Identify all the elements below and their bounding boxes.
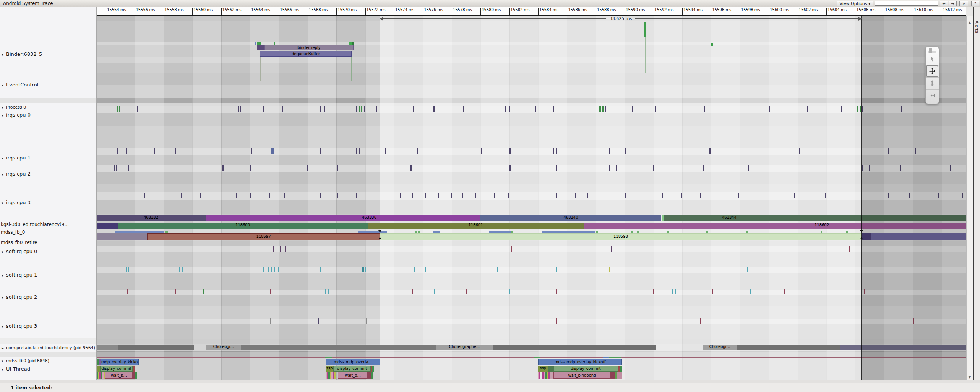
event-tick-irqs-cpu-0[interactable]	[857, 106, 858, 112]
event-tick-softirq-cpu-1[interactable]	[365, 267, 366, 272]
event-tick-irqs-cpu-3[interactable]	[400, 193, 401, 198]
nav-next-button[interactable]: →	[949, 1, 957, 6]
trace-slice-ui-thread-row1[interactable]: mdss_mdp_overla...	[326, 359, 380, 365]
event-tick-irqs-cpu-1[interactable]	[417, 148, 418, 154]
scroll-down-icon[interactable]: ▼	[967, 375, 973, 379]
trace-slice-ui-thread-row3[interactable]	[368, 372, 371, 379]
event-tick-irqs-cpu-2[interactable]	[116, 165, 117, 171]
event-tick-binder-strip[interactable]	[274, 42, 275, 45]
event-tick-retire-strip[interactable]	[821, 231, 822, 233]
event-tick-irqs-cpu-3[interactable]	[320, 193, 321, 198]
trace-slice-ui-thread-row2[interactable]	[372, 366, 374, 372]
sidebar-item-com-prefabulated-touchlatency-pid-9564-[interactable]: ►com.prefabulated.touchlatency (pid 9564…	[0, 345, 97, 350]
trace-slice-ui-thread-row2[interactable]	[620, 366, 622, 372]
trace-slice-vsync-line[interactable]	[325, 357, 332, 358]
event-tick-irqs-cpu-2[interactable]	[653, 165, 654, 171]
trace-slice-mdss-fb-0[interactable]: 118600	[118, 223, 368, 229]
event-tick-irqs-cpu-1[interactable]	[126, 148, 127, 154]
sidebar-item-irqs-cpu-2[interactable]: ▾irqs cpu 2	[0, 171, 97, 177]
event-tick-irqs-cpu-0[interactable]	[238, 106, 239, 112]
event-tick-irqs-cpu-0[interactable]	[501, 106, 501, 112]
event-tick-irqs-cpu-0[interactable]	[655, 106, 656, 112]
event-tick-softirq-cpu-1[interactable]	[609, 267, 610, 272]
event-tick-irqs-cpu-0[interactable]	[376, 106, 377, 112]
sidebar-item-process-0[interactable]: ▾Process 0	[0, 105, 97, 110]
event-tick-softirq-cpu-1[interactable]	[182, 267, 183, 272]
event-tick-softirq-cpu-3[interactable]	[556, 318, 557, 324]
trace-slice-ui-thread-row2[interactable]: ssp	[326, 366, 333, 372]
expanded-arrow-icon[interactable]: ▾	[2, 201, 6, 205]
event-tick-irqs-cpu-0[interactable]	[433, 106, 435, 112]
event-tick-softirq-cpu-2[interactable]	[675, 289, 676, 294]
event-tick-softirq-cpu-3[interactable]	[366, 318, 367, 324]
event-tick-irqs-cpu-1[interactable]	[609, 148, 610, 154]
sidebar-item-softirq-cpu-1[interactable]: ▾softirq cpu 1	[0, 272, 97, 278]
event-tick-irqs-cpu-0[interactable]	[769, 106, 770, 112]
event-tick-irqs-cpu-2[interactable]	[438, 165, 438, 171]
expanded-arrow-icon[interactable]: ▾	[2, 172, 6, 176]
trace-slice-dequeue-row[interactable]: dequeueBuffer	[260, 51, 352, 57]
event-tick-retire-strip[interactable]	[115, 231, 164, 233]
event-tick-irqs-cpu-3[interactable]	[794, 193, 795, 198]
event-tick-irqs-cpu-2[interactable]	[128, 165, 129, 171]
event-tick-irqs-cpu-0[interactable]	[557, 106, 557, 112]
event-tick-softirq-cpu-3[interactable]	[270, 318, 271, 324]
event-tick-irqs-cpu-1[interactable]	[359, 148, 360, 154]
event-tick-softirq-cpu-2[interactable]	[466, 289, 467, 294]
event-tick-irqs-cpu-3[interactable]	[644, 193, 644, 198]
event-tick-irqs-cpu-0[interactable]	[505, 106, 506, 112]
event-tick-irqs-cpu-3[interactable]	[250, 193, 251, 198]
event-tick-irqs-cpu-2[interactable]	[307, 165, 308, 171]
event-tick-retire-strip[interactable]	[596, 231, 598, 233]
event-tick-irqs-cpu-0[interactable]	[364, 106, 365, 112]
event-tick-irqs-cpu-3[interactable]	[587, 193, 588, 198]
event-tick-softirq-cpu-0[interactable]	[511, 246, 512, 252]
event-tick-softirq-cpu-1[interactable]	[278, 267, 279, 272]
expanded-arrow-icon[interactable]: ▾	[2, 106, 6, 109]
search-input[interactable]	[875, 1, 938, 6]
event-tick-irqs-cpu-3[interactable]	[769, 193, 769, 198]
trace-slice-choreographer-row[interactable]: Choreogr...	[703, 345, 737, 350]
trace-slice-ui-thread-row3[interactable]: wait_p...	[338, 372, 368, 379]
trace-slice-ui-thread-row3[interactable]	[371, 372, 373, 379]
event-tick-irqs-cpu-3[interactable]	[438, 193, 439, 198]
event-tick-irqs-cpu-0[interactable]	[632, 106, 633, 112]
scroll-up-icon[interactable]: ▲	[967, 21, 973, 24]
measure-line-right[interactable]	[861, 16, 862, 380]
event-tick-irqs-cpu-3[interactable]	[522, 193, 522, 198]
event-tick-irqs-cpu-3[interactable]	[575, 193, 576, 198]
event-tick-irqs-cpu-1[interactable]	[117, 148, 118, 154]
event-tick-irqs-cpu-0[interactable]	[122, 106, 122, 112]
expanded-arrow-icon[interactable]: ▾	[2, 53, 6, 57]
event-tick-irqs-cpu-3[interactable]	[700, 193, 701, 198]
event-tick-softirq-cpu-2[interactable]	[672, 289, 673, 294]
event-tick-retire-strip[interactable]	[167, 231, 168, 233]
sidebar-item-binder-6832-5[interactable]: ▾Binder:6832_5	[0, 51, 97, 57]
event-tick-irqs-cpu-0[interactable]	[685, 106, 685, 112]
event-tick-softirq-cpu-1[interactable]	[263, 267, 264, 272]
event-tick-retire-strip[interactable]	[706, 231, 708, 233]
trace-slice-choreographer-row[interactable]: Choreographe...	[436, 345, 493, 350]
event-tick-irqs-cpu-0[interactable]	[282, 106, 283, 112]
event-tick-irqs-cpu-3[interactable]	[451, 193, 452, 198]
collapse-dash[interactable]: —	[84, 23, 89, 29]
event-tick-irqs-cpu-3[interactable]	[356, 193, 357, 198]
measure-line-left[interactable]	[380, 16, 380, 380]
event-tick-softirq-cpu-1[interactable]	[556, 267, 557, 272]
event-tick-irqs-cpu-3[interactable]	[200, 193, 201, 198]
event-tick-irqs-cpu-3[interactable]	[719, 193, 719, 198]
event-tick-irqs-cpu-2[interactable]	[337, 165, 338, 171]
event-tick-irqs-cpu-3[interactable]	[236, 193, 237, 198]
event-tick-irqs-cpu-3[interactable]	[269, 193, 270, 198]
trace-slice-ui-thread-row3[interactable]	[550, 372, 553, 379]
event-tick-irqs-cpu-0[interactable]	[509, 106, 510, 112]
expanded-arrow-icon[interactable]: ▾	[2, 83, 6, 87]
event-tick-irqs-cpu-1[interactable]	[414, 148, 414, 154]
trace-slice-choreographer-row[interactable]	[118, 345, 194, 350]
event-tick-softirq-cpu-1[interactable]	[320, 267, 321, 272]
event-tick-irqs-cpu-3[interactable]	[425, 193, 426, 198]
event-tick-softirq-cpu-2[interactable]	[203, 289, 204, 294]
event-tick-softirq-cpu-1[interactable]	[126, 267, 127, 272]
trace-slice-kgsl-3d0[interactable]: 463332	[96, 215, 206, 221]
trace-slice-binder-reply-row[interactable]: binder reply	[264, 45, 354, 50]
